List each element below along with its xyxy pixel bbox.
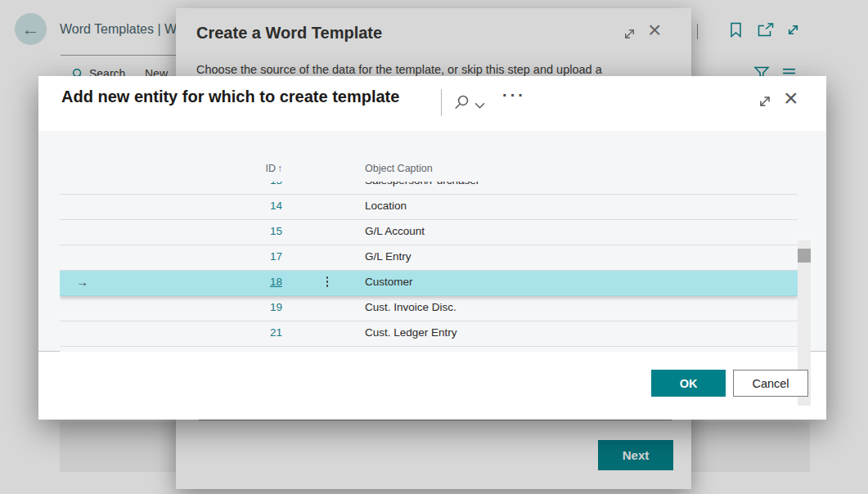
row-id-link[interactable]: 21 <box>168 326 282 339</box>
row-caption: Cust. Ledger Entry <box>365 326 457 339</box>
more-options-icon[interactable]: ··· <box>502 86 526 105</box>
chevron-down-icon[interactable] <box>474 102 485 109</box>
row-id-link[interactable]: 15 <box>168 225 282 237</box>
row-caption: G/L Entry <box>365 250 412 263</box>
dialog-title: Add new entity for which to create templ… <box>61 88 399 106</box>
row-id-link[interactable]: 17 <box>168 250 282 263</box>
dialog-close-icon[interactable]: × <box>784 82 798 114</box>
table-area: ID↑ Object Caption 13Salesperson/Purchas… <box>38 131 826 352</box>
table-header-row: ID↑ Object Caption <box>60 163 798 182</box>
row-caption: Location <box>365 200 407 212</box>
add-entity-dialog: Add new entity for which to create templ… <box>38 76 826 420</box>
row-caption: Salesperson/Purchaser <box>365 182 479 186</box>
table-row[interactable]: 17G/L Entry <box>60 245 798 271</box>
screen: ← Word Templates | Wo Search New <box>0 0 868 494</box>
table-row[interactable]: 13Salesperson/Purchaser <box>60 182 798 195</box>
row-id-link[interactable]: 19 <box>168 301 282 313</box>
row-id-link[interactable]: 14 <box>168 200 282 212</box>
table-row[interactable]: 21Cust. Ledger Entry <box>60 321 798 347</box>
entity-table-body: 13Salesperson/Purchaser14Location15G/L A… <box>60 182 798 352</box>
table-row[interactable]: 15G/L Account <box>60 220 798 245</box>
selected-row-arrow-icon: → <box>76 275 88 289</box>
row-caption: G/L Account <box>365 225 425 237</box>
table-row[interactable]: →18Customer <box>60 271 798 296</box>
table-row[interactable]: 19Cust. Invoice Disc. <box>60 296 798 321</box>
table-row[interactable]: 14Location <box>60 195 798 220</box>
row-options-kebab-icon[interactable] <box>326 276 329 287</box>
ok-button[interactable]: OK <box>651 370 726 397</box>
dialog-expand-icon[interactable] <box>758 94 772 109</box>
row-caption: Customer <box>365 276 413 288</box>
search-icon[interactable] <box>454 94 470 110</box>
column-header-id[interactable]: ID↑ <box>168 163 282 174</box>
row-caption: Cust. Invoice Disc. <box>365 301 456 313</box>
column-header-caption[interactable]: Object Caption <box>365 163 433 174</box>
cancel-button[interactable]: Cancel <box>733 370 808 397</box>
row-id-link[interactable]: 13 <box>168 182 282 186</box>
sort-ascending-icon: ↑ <box>277 163 282 174</box>
header-divider <box>441 89 442 116</box>
scrollbar-thumb[interactable] <box>798 249 811 263</box>
row-id-link[interactable]: 18 <box>168 276 282 288</box>
table-row-clipped <box>60 347 798 352</box>
